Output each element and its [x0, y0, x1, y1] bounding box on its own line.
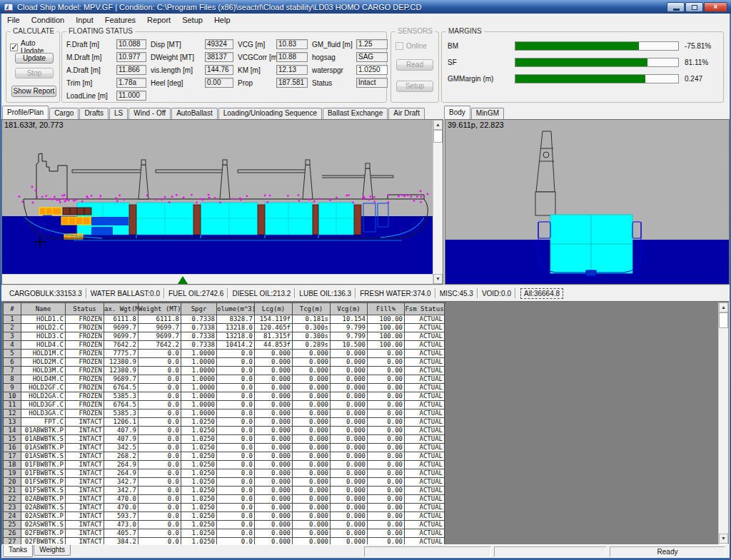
menu-item-report[interactable]: Report [141, 15, 176, 25]
bottom-tab-weights[interactable]: Weights [34, 545, 71, 556]
tab-ls[interactable]: LS [109, 108, 128, 119]
tab-mingm[interactable]: MinGM [471, 108, 504, 119]
column-header-ax-wgt-mt[interactable]: ax. Wgt(MT [104, 303, 138, 315]
cell: 0.0 [217, 350, 255, 358]
auto-update-checkbox-box[interactable] [10, 44, 18, 51]
column-header-[interactable]: # [4, 303, 21, 315]
scroll-up-icon[interactable]: ▲ [433, 120, 443, 130]
online-checkbox[interactable]: Online [395, 42, 427, 50]
bottom-tab-tanks[interactable]: Tanks [3, 545, 33, 557]
column-header-name[interactable]: Name [21, 303, 66, 315]
menu-item-features[interactable]: Features [99, 15, 141, 25]
table-row[interactable]: 6HOLD2M.CFROZEN12380.90.01.00000.00.0000… [4, 358, 446, 367]
tab-loading-unloading-sequence[interactable]: Loading/Unloading Sequence [218, 108, 322, 119]
tab-profile-plan[interactable]: Profile/Plan [2, 106, 49, 119]
row-number: 2 [4, 324, 21, 332]
online-checkbox-box[interactable] [395, 42, 403, 50]
cell: 0.000 [255, 367, 293, 375]
column-header-tcg-m[interactable]: Tcg(m) [293, 303, 331, 315]
table-row[interactable]: 2502ASWBTK.SINTACT473.00.01.02500.00.000… [4, 521, 446, 529]
tab-air-draft[interactable]: Air Draft [388, 108, 425, 119]
table-row[interactable]: 2302ABWBTK.SINTACT470.00.01.02500.00.000… [4, 504, 446, 512]
update-button[interactable]: Update [15, 53, 54, 63]
table-row[interactable]: 12HOLD3GA.CFROZEN5385.30.01.00000.00.000… [4, 409, 446, 418]
table-row[interactable]: 2702FBWBTK.SINTACT384.20.01.02500.00.000… [4, 538, 446, 545]
table-row[interactable]: 10HOLD2GA.CFROZEN5385.30.01.00000.00.000… [4, 392, 446, 401]
table-row[interactable]: 2202ABWBTK.PINTACT470.00.01.02500.00.000… [4, 495, 446, 504]
tank-table[interactable]: #NameStatusax. Wgt(MTWeight (MT)Spgrolum… [3, 302, 446, 545]
table-scroll-thumb[interactable] [719, 312, 728, 328]
body-view[interactable]: 39.611p, 22.823 [445, 119, 730, 285]
table-row[interactable]: 1601ASWBTK.PINTACT342.50.01.02500.00.000… [4, 444, 446, 452]
tab-cargo[interactable]: Cargo [49, 108, 79, 119]
table-row[interactable]: 4HOLD4.CFROZEN7642.27642.20.733810414.24… [4, 341, 446, 350]
table-row[interactable]: 8HOLD4M.CFROZEN9689.70.01.00000.00.0000.… [4, 375, 446, 384]
cell: ACTUAL [405, 350, 445, 358]
menu-item-setup[interactable]: Setup [176, 15, 208, 25]
margin-label-bm: BM [448, 42, 515, 50]
tab-drafts[interactable]: Drafts [79, 108, 109, 119]
row-number: 26 [4, 529, 21, 538]
table-row[interactable]: 5HOLD1M.CFROZEN7775.70.01.00000.00.0000.… [4, 350, 446, 358]
cell: FROZEN [66, 358, 104, 367]
table-row[interactable]: 1701ASWBTK.SINTACT268.20.01.02500.00.000… [4, 452, 446, 461]
cell: 0.0 [217, 504, 255, 512]
cell: 13218.0 [217, 332, 255, 341]
restore-button[interactable] [685, 2, 703, 12]
table-row[interactable]: 2101FSWBTK.SINTACT342.70.01.02500.00.000… [4, 487, 446, 495]
tab-autoballast[interactable]: AutoBallast [171, 108, 218, 119]
tab-wind-off[interactable]: Wind - Off [128, 108, 171, 119]
table-row[interactable]: 2HOLD2.CFROZEN9699.79699.70.733813218.01… [4, 324, 446, 332]
stop-button[interactable]: Stop [15, 68, 54, 78]
body-section-canvas[interactable] [445, 120, 729, 284]
field-waterspgr[interactable]: 1.0250 [356, 65, 388, 75]
profile-bottom-strip[interactable] [2, 274, 433, 284]
table-row[interactable]: 2402ASWBTK.PINTACT593.70.01.02500.00.000… [4, 512, 446, 521]
tab-body[interactable]: Body [444, 106, 470, 119]
label-heel-deg: Heel [deg] [151, 79, 205, 87]
table-scroll-down-icon[interactable]: ▼ [719, 534, 728, 544]
table-row[interactable]: 9HOLD2GF.CFROZEN6764.50.01.00000.00.0000… [4, 384, 446, 392]
table-row[interactable]: 13FPT.CINTACT1206.10.01.02500.00.0000.00… [4, 418, 446, 427]
table-scroll-up-icon[interactable]: ▲ [719, 302, 728, 312]
column-header-status[interactable]: Status [66, 303, 104, 315]
table-row[interactable]: 2001FSWBTK.PINTACT342.70.01.02500.00.000… [4, 478, 446, 487]
menu-item-input[interactable]: Input [70, 15, 99, 25]
menu-item-file[interactable]: File [1, 15, 26, 25]
show-report-button[interactable]: Show Report [11, 86, 56, 97]
column-header-weight-mt[interactable]: Weight (MT) [138, 303, 181, 315]
profile-view[interactable]: 181.633f, 20.773 [1, 119, 443, 285]
column-header-spgr[interactable]: Spgr [181, 303, 217, 315]
table-row[interactable]: 3HOLD3.CFROZEN9699.79699.70.733813218.08… [4, 332, 446, 341]
profile-scroll-thumb[interactable] [433, 130, 443, 143]
ship-profile-canvas[interactable] [2, 120, 433, 274]
column-header-fsm-status[interactable]: Fsm Status [405, 303, 445, 315]
table-row[interactable]: 1401ABWBTK.PINTACT407.90.01.02500.00.000… [4, 427, 446, 435]
cell: 0.0 [138, 529, 181, 538]
column-header-lcg-m[interactable]: Lcg(m) [255, 303, 293, 315]
table-row[interactable]: 11HOLD3GF.CFROZEN6764.50.01.00000.00.000… [4, 401, 446, 409]
menu-item-help[interactable]: Help [208, 15, 236, 25]
scroll-down-icon[interactable]: ▼ [433, 274, 443, 284]
margin-row-gmmargin-m: GMMargin (m)0.247 [448, 73, 717, 84]
table-vertical-scrollbar[interactable]: ▲ ▼ [718, 302, 728, 545]
read-button[interactable]: Read [396, 59, 433, 71]
table-row[interactable]: 1501ABWBTK.SINTACT407.90.01.02500.00.000… [4, 435, 446, 444]
table-row[interactable]: 7HOLD3M.CFROZEN12380.90.01.00000.00.0000… [4, 367, 446, 375]
minimize-button[interactable] [667, 2, 685, 12]
close-button[interactable]: × [704, 2, 727, 12]
table-row[interactable]: 1901FBWBTK.SINTACT264.90.01.02500.00.000… [4, 469, 446, 478]
table-row[interactable]: 1801FBWBTK.PINTACT264.90.01.02500.00.000… [4, 461, 446, 469]
label-loadline-m: LoadLine [m] [66, 92, 116, 100]
summary-all-total[interactable]: All:36664.8 [520, 288, 563, 299]
title-bar[interactable]: Cload Ship Model: MPV.GF | Condition: C:… [0, 0, 731, 14]
profile-vertical-scrollbar[interactable]: ▲ ▼ [433, 120, 443, 284]
table-row[interactable]: 1HOLD1.CFROZEN6111.86111.80.73388328.715… [4, 315, 446, 324]
menu-item-condition[interactable]: Condition [26, 15, 70, 25]
setup-button[interactable]: Setup [396, 81, 433, 92]
column-header-fill[interactable]: Fill% [368, 303, 405, 315]
column-header-olume-m-3[interactable]: olume(m^3) [217, 303, 255, 315]
table-row[interactable]: 2602FBWBTK.PINTACT405.70.01.02500.00.000… [4, 529, 446, 538]
tab-ballast-exchange[interactable]: Ballast Exchange [323, 108, 388, 119]
column-header-vcg-m[interactable]: Vcg(m) [331, 303, 368, 315]
